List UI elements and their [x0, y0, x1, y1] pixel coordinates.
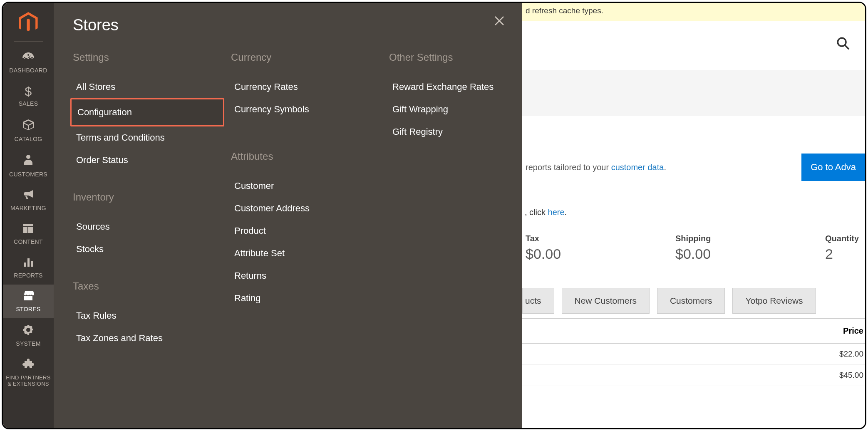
click-here-row: , click here.	[522, 197, 865, 230]
flyout-link-configuration[interactable]: Configuration	[70, 98, 224, 126]
sidebar-item-marketing[interactable]: MARKETING	[3, 183, 54, 217]
puzzle-icon	[22, 359, 34, 372]
flyout-col-1: Settings All Stores Configuration Terms …	[70, 47, 224, 349]
flyout-link-reward-rates[interactable]: Reward Exchange Rates	[387, 76, 541, 98]
flyout-link-currency-symbols[interactable]: Currency Symbols	[228, 98, 382, 121]
click-here-suffix: .	[565, 208, 567, 217]
sidebar-item-dashboard[interactable]: DASHBOARD	[3, 46, 54, 79]
stat-value: 2	[825, 246, 866, 262]
tab-yotpo-reviews[interactable]: Yotpo Reviews	[732, 288, 816, 314]
search-button[interactable]	[836, 36, 850, 52]
sidebar-item-partners[interactable]: FIND PARTNERS & EXTENSIONS	[3, 353, 54, 393]
flyout-link-currency-rates[interactable]: Currency Rates	[228, 76, 382, 98]
flyout-link-attr-rating[interactable]: Rating	[228, 287, 382, 310]
flyout-link-gift-registry[interactable]: Gift Registry	[387, 121, 541, 143]
bar-chart-icon	[22, 257, 34, 270]
advanced-reporting-button[interactable]: Go to Adva	[801, 154, 865, 181]
flyout-link-order-status[interactable]: Order Status	[70, 149, 224, 171]
flyout-link-attr-customer[interactable]: Customer	[228, 175, 382, 197]
sidebar-label: SYSTEM	[16, 340, 40, 347]
flyout-link-attr-customer-address[interactable]: Customer Address	[228, 197, 382, 220]
storefront-icon	[22, 290, 35, 303]
sidebar-label: STORES	[16, 306, 40, 312]
sidebar-item-content[interactable]: CONTENT	[3, 217, 54, 251]
flyout-link-attr-set[interactable]: Attribute Set	[228, 242, 382, 265]
stat-label: Quantity	[825, 234, 866, 243]
sidebar-item-customers[interactable]: CUSTOMERS	[3, 148, 54, 183]
stores-flyout-panel: Stores Settings All Stores Configuration…	[54, 3, 522, 428]
dollar-icon: $	[25, 85, 32, 98]
sidebar-item-system[interactable]: SYSTEM	[3, 318, 54, 353]
gear-icon	[22, 324, 34, 338]
sidebar-label: CONTENT	[14, 238, 43, 245]
flyout-link-terms[interactable]: Terms and Conditions	[70, 126, 224, 149]
main-content: d refresh cache types. reports tailored …	[522, 3, 865, 428]
sidebar-label: FIND PARTNERS & EXTENSIONS	[6, 375, 50, 387]
sidebar-label: CUSTOMERS	[9, 171, 47, 178]
stat-shipping: Shipping $0.00	[675, 234, 808, 262]
flyout-heading-attributes: Attributes	[231, 151, 382, 162]
layout-icon	[22, 223, 34, 236]
flyout-link-attr-returns[interactable]: Returns	[228, 265, 382, 287]
cta-link-customer-data[interactable]: customer data	[611, 163, 664, 172]
flyout-link-sources[interactable]: Sources	[70, 216, 224, 238]
svg-line-1	[845, 45, 849, 49]
magento-logo-icon	[19, 12, 38, 34]
cta-text-suffix: .	[664, 163, 666, 172]
close-button[interactable]	[493, 15, 508, 30]
tab-new-customers[interactable]: New Customers	[562, 288, 650, 314]
here-link[interactable]: here	[548, 208, 565, 217]
table-row[interactable]: $45.00	[522, 365, 865, 386]
stat-label: Tax	[526, 234, 659, 243]
flyout-heading-inventory: Inventory	[73, 191, 224, 203]
flyout-link-attr-product[interactable]: Product	[228, 220, 382, 242]
notice-text: d refresh cache types.	[526, 6, 603, 15]
cta-text: reports tailored to your customer data.	[526, 163, 666, 172]
stat-value: $0.00	[675, 246, 808, 262]
person-icon	[23, 154, 33, 168]
flyout-heading-other: Other Settings	[389, 52, 541, 63]
box-icon	[22, 119, 35, 133]
stat-quantity: Quantity 2	[825, 234, 866, 262]
close-icon	[493, 15, 506, 27]
flyout-col-2: Currency Currency Rates Currency Symbols…	[228, 47, 382, 349]
bullhorn-icon	[22, 189, 35, 202]
flyout-heading-taxes: Taxes	[73, 280, 224, 292]
flyout-link-tax-zones[interactable]: Tax Zones and Rates	[70, 327, 224, 349]
tab-customers[interactable]: Customers	[657, 288, 725, 314]
flyout-col-3: Other Settings Reward Exchange Rates Gif…	[387, 47, 541, 349]
stat-tax: Tax $0.00	[526, 234, 659, 262]
sidebar-item-catalog[interactable]: CATALOG	[3, 113, 54, 148]
flyout-link-tax-rules[interactable]: Tax Rules	[70, 305, 224, 327]
sidebar-item-stores[interactable]: STORES	[3, 285, 54, 318]
sidebar-label: CATALOG	[15, 136, 42, 142]
flyout-link-all-stores[interactable]: All Stores	[70, 76, 224, 98]
gauge-icon	[22, 52, 35, 64]
cache-notice: d refresh cache types.	[522, 3, 865, 21]
gray-band	[522, 70, 865, 116]
admin-sidebar: DASHBOARD $ SALES CATALOG CUSTOMERS MARK…	[3, 3, 54, 428]
sidebar-label: REPORTS	[14, 272, 43, 279]
sidebar-label: SALES	[19, 100, 38, 107]
stat-label: Shipping	[675, 234, 808, 243]
table-row[interactable]: $22.00	[522, 344, 865, 365]
search-icon	[836, 36, 850, 50]
stat-value: $0.00	[526, 246, 659, 262]
svg-point-0	[838, 38, 846, 46]
sidebar-divider	[14, 41, 43, 42]
sidebar-item-sales[interactable]: $ SALES	[3, 79, 54, 113]
table-header-price: Price	[522, 318, 865, 344]
flyout-title: Stores	[73, 16, 506, 34]
sidebar-item-reports[interactable]: REPORTS	[3, 251, 54, 285]
sidebar-label: MARKETING	[10, 205, 46, 211]
flyout-link-stocks[interactable]: Stocks	[70, 238, 224, 260]
sidebar-label: DASHBOARD	[9, 67, 47, 74]
flyout-heading-currency: Currency	[231, 52, 382, 63]
flyout-link-gift-wrapping[interactable]: Gift Wrapping	[387, 98, 541, 121]
flyout-heading-settings: Settings	[73, 52, 224, 63]
magento-logo[interactable]	[17, 12, 39, 34]
